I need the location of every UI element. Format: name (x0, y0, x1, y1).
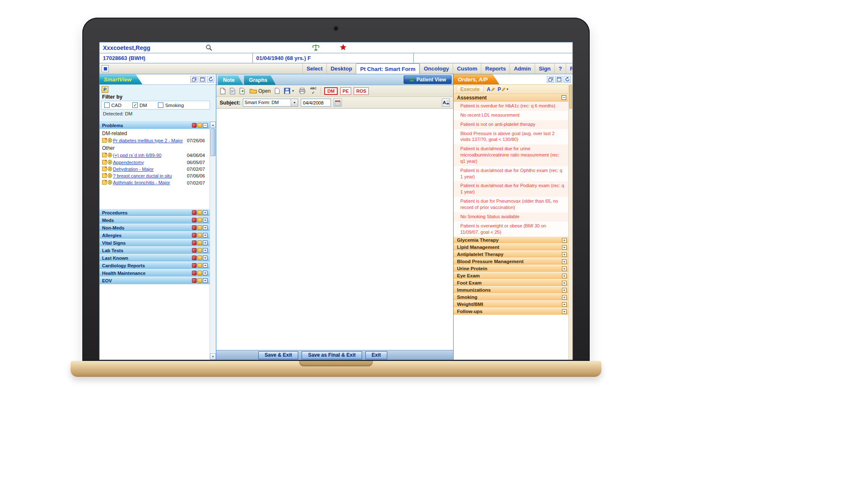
orders-section-immunizations[interactable]: Immunizations+ (454, 287, 568, 294)
note-add-icon[interactable] (197, 278, 202, 283)
view-note-button[interactable] (229, 87, 236, 95)
scroll-track[interactable] (210, 157, 216, 353)
search-icon[interactable] (205, 44, 213, 51)
smoking-checkbox-box[interactable] (158, 102, 163, 108)
send-icon[interactable] (192, 271, 197, 275)
refresh-icon[interactable] (207, 76, 214, 83)
scale-icon[interactable] (312, 44, 320, 51)
restore-icon[interactable] (547, 76, 554, 83)
send-icon[interactable] (192, 278, 197, 283)
menu-item-oncology[interactable]: Oncology (420, 63, 453, 74)
section-vital-signs[interactable]: Vital Signs+ (100, 239, 210, 247)
orders-scroll-thumb[interactable] (569, 85, 572, 109)
subject-select[interactable]: Smart Form: DM ▼ (243, 99, 298, 107)
send-icon[interactable] (192, 123, 197, 128)
note-add-icon[interactable] (197, 271, 202, 275)
section-last-known[interactable]: Last Known+ (100, 254, 210, 262)
expand-icon[interactable]: + (203, 271, 207, 275)
send-icon[interactable] (192, 233, 197, 238)
info-icon[interactable]: i (108, 173, 112, 178)
expand-icon[interactable]: + (562, 295, 567, 300)
subject-caret-icon[interactable]: ▼ (291, 99, 298, 106)
problem-link[interactable]: Dehydration - Major (112, 166, 187, 172)
assessment-item[interactable]: No Smoking Status available (454, 212, 568, 222)
date-input[interactable] (301, 99, 331, 107)
spellcheck-button[interactable]: ABC ✓ (309, 87, 317, 95)
cad-checkbox-box[interactable] (104, 102, 110, 108)
expand-icon[interactable]: + (562, 259, 567, 264)
expand-icon[interactable]: + (562, 274, 567, 278)
send-icon[interactable] (192, 225, 197, 230)
pe-button[interactable]: PE (340, 87, 352, 95)
orders-section-weight-bmi[interactable]: Weight/BMI+ (454, 301, 568, 308)
orders-section-antiplatelet-therapy[interactable]: Antiplatelet Therapy+ (454, 251, 568, 258)
note-add-icon[interactable] (197, 248, 202, 253)
orders-tab[interactable]: Orders, A/P (454, 74, 499, 84)
open-button[interactable]: Open (249, 87, 271, 95)
refresh-icon[interactable] (564, 76, 571, 83)
dm-checkbox-box[interactable]: ✓ (132, 102, 138, 108)
problem-link[interactable]: Pr diabetes mellitus type 2 - Major (112, 138, 187, 144)
note-add-icon[interactable] (197, 123, 202, 128)
dm-button[interactable]: DM (324, 87, 337, 95)
problem-link[interactable]: Asthmatic bronchitis - Major (112, 180, 187, 185)
smartview-tab[interactable]: SmartView (100, 74, 142, 84)
smartview-scrollbar[interactable]: ▲ ▼ (210, 122, 216, 360)
info-icon[interactable]: i (108, 180, 112, 185)
expand-icon[interactable]: + (562, 288, 567, 292)
new-note-button[interactable] (219, 87, 226, 95)
tab-note[interactable]: Note (218, 76, 243, 85)
send-icon[interactable] (192, 263, 197, 268)
assessment-item[interactable]: Patient is due/almost due for Podiatry e… (454, 181, 568, 197)
window-button[interactable] (102, 65, 109, 72)
expand-icon[interactable]: + (203, 233, 207, 238)
expand-icon[interactable]: + (203, 278, 207, 283)
expand-icon[interactable]: + (203, 240, 207, 245)
menu-item-sign[interactable]: Sign (535, 63, 554, 74)
note-add-icon[interactable] (197, 263, 202, 268)
note-icon[interactable] (102, 138, 107, 143)
maximize-icon[interactable] (555, 76, 562, 83)
expand-icon[interactable]: + (203, 263, 207, 268)
menu-item-truncated[interactable]: R (566, 63, 572, 74)
note-icon[interactable] (102, 173, 107, 178)
scroll-up-icon[interactable]: ▲ (210, 122, 216, 128)
ros-button[interactable]: ROS (354, 87, 369, 95)
menu-item-help[interactable]: ? (554, 63, 566, 74)
problem-link[interactable]: ? breast cancer ductal in situ (112, 173, 187, 179)
assessment-collapse-icon[interactable]: − (562, 95, 566, 100)
menu-item-select[interactable]: Select (302, 63, 326, 74)
scroll-thumb[interactable] (210, 128, 215, 156)
send-icon[interactable] (192, 240, 197, 245)
assessment-item[interactable]: No recent LDL measurement (454, 111, 568, 120)
smartform-icon[interactable]: P (102, 86, 108, 93)
info-icon[interactable]: i (108, 138, 112, 143)
patient-view-button[interactable]: Patient View (404, 76, 452, 84)
section-cardiology-reports[interactable]: Cardiology Reports+ (100, 262, 210, 269)
print-button[interactable] (298, 87, 307, 95)
section-eov[interactable]: EOV+ (100, 277, 210, 285)
expand-icon[interactable]: + (203, 248, 207, 253)
maximize-icon[interactable] (199, 76, 206, 83)
section-lab-tests[interactable]: Lab Tests+ (100, 247, 210, 254)
expand-icon[interactable]: + (203, 225, 207, 230)
assessment-item[interactable]: Patient is due/almost due for Ophtho exa… (454, 166, 568, 182)
page-button[interactable] (274, 87, 281, 95)
calendar-button[interactable] (333, 99, 342, 107)
expand-icon[interactable]: + (562, 238, 567, 243)
expand-icon[interactable]: + (562, 309, 567, 314)
tool-caret-icon[interactable]: ▼ (506, 88, 509, 91)
orders-section-blood-pressure-management[interactable]: Blood Pressure Management+ (454, 258, 568, 265)
template-tool-button[interactable]: P ▼ (498, 86, 509, 92)
send-icon[interactable] (192, 256, 197, 260)
note-add-icon[interactable] (197, 218, 202, 222)
save-final-exit-button[interactable]: Save as Final & Exit (302, 351, 362, 359)
note-add-icon[interactable] (197, 233, 202, 238)
collapse-icon[interactable]: − (203, 123, 207, 128)
exit-button[interactable]: Exit (365, 351, 387, 359)
menu-item-custom[interactable]: Custom (453, 63, 481, 74)
menu-item-desktop[interactable]: Desktop (326, 63, 356, 74)
orders-section-eye-exam[interactable]: Eye Exam+ (454, 272, 568, 279)
alert-star-icon[interactable] (340, 44, 347, 51)
section-meds[interactable]: Meds+ (100, 217, 210, 224)
